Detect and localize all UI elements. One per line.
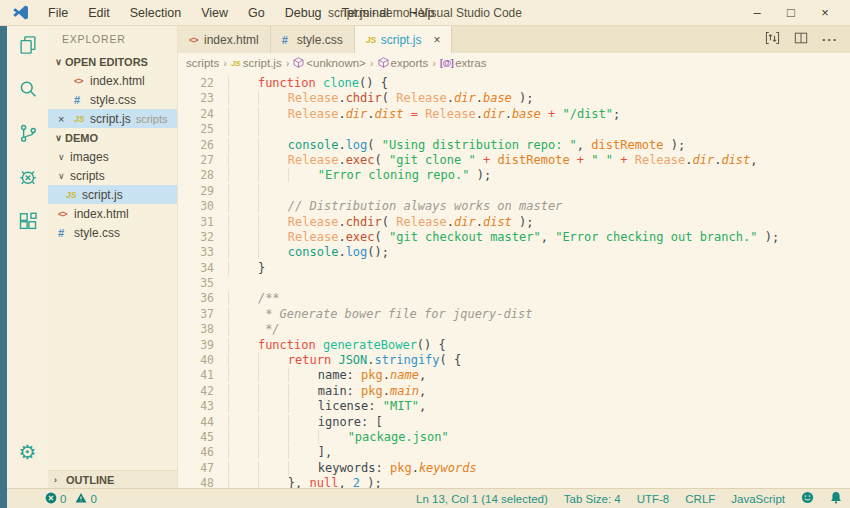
line-number: 41 xyxy=(178,368,228,383)
code-line-25[interactable]: 25 xyxy=(178,122,850,137)
code-line-46[interactable]: 46 ], xyxy=(178,445,850,460)
code-line-24[interactable]: 24 Release.dir.dist = Release.dir.base +… xyxy=(178,107,850,122)
status-warnings[interactable]: 0 xyxy=(75,492,96,506)
code-line-text: ], xyxy=(228,445,332,460)
menu-view[interactable]: View xyxy=(192,4,237,22)
open-editor-script.js[interactable]: ×JSscript.jsscripts xyxy=(48,109,177,128)
line-number: 48 xyxy=(178,476,228,488)
code-line-text: // Distribution always works on master xyxy=(228,199,562,214)
activity-extensions-button[interactable] xyxy=(16,211,40,235)
menu-debug[interactable]: Debug xyxy=(276,4,331,22)
status-item[interactable]: JavaScript xyxy=(731,493,785,505)
open-changes-button[interactable] xyxy=(765,31,780,49)
code-line-37[interactable]: 37 * Generate bower file for jquery-dist xyxy=(178,307,850,322)
line-number: 22 xyxy=(178,76,228,91)
tree-item-script.js[interactable]: JSscript.js xyxy=(48,185,177,204)
tab-style.css[interactable]: #style.css xyxy=(271,26,355,53)
feedback-smiley-button[interactable] xyxy=(801,491,814,506)
code-line-26[interactable]: 26 console.log( "Using distribution repo… xyxy=(178,138,850,153)
code-line-22[interactable]: 22 function clone() { xyxy=(178,76,850,91)
smiley-icon xyxy=(801,491,814,506)
menu-selection[interactable]: Selection xyxy=(121,4,190,22)
code-line-41[interactable]: 41 name: pkg.name, xyxy=(178,368,850,383)
breadcrumb-script.js[interactable]: JSscript.js xyxy=(231,57,282,69)
bell-icon xyxy=(830,491,842,506)
line-number: 25 xyxy=(178,122,228,137)
code-line-text: function clone() { xyxy=(228,76,388,91)
open-editor-index.html[interactable]: <>index.html xyxy=(48,71,177,90)
code-line-23[interactable]: 23 Release.chdir( Release.dir.base ); xyxy=(178,91,850,106)
line-number: 31 xyxy=(178,215,228,230)
open-editor-label: script.js xyxy=(90,112,131,126)
chevron-down-icon: ∨ xyxy=(58,152,70,162)
status-item[interactable]: Ln 13, Col 1 (14 selected) xyxy=(416,493,548,505)
split-editor-button[interactable] xyxy=(794,31,808,49)
html-file-icon: <> xyxy=(58,209,74,219)
breadcrumb-unknown[interactable]: <unknown> xyxy=(293,57,365,70)
code-line-text: }, null, 2 ); xyxy=(228,476,382,488)
maximize-button[interactable]: □ xyxy=(774,5,808,20)
tree-item-images[interactable]: ∨images xyxy=(48,147,177,166)
code-line-39[interactable]: 39 function generateBower() { xyxy=(178,338,850,353)
breadcrumb-exports[interactable]: exports xyxy=(378,57,429,70)
code-line-31[interactable]: 31 Release.chdir( Release.dir.dist ); xyxy=(178,215,850,230)
code-line-27[interactable]: 27 Release.exec( "git clone " + distRemo… xyxy=(178,153,850,168)
tab-index.html[interactable]: <>index.html xyxy=(178,26,271,53)
activity-source-control-button[interactable] xyxy=(16,123,40,147)
code-line-text: Release.exec( "git checkout master", "Er… xyxy=(228,230,779,245)
code-line-35[interactable]: 35 xyxy=(178,276,850,291)
code-editor[interactable]: 22 function clone() {23 Release.chdir( R… xyxy=(178,73,850,488)
status-item[interactable]: UTF-8 xyxy=(637,493,670,505)
open-editors-header[interactable]: ∨ OPEN EDITORS xyxy=(48,52,177,71)
code-line-text: "Error cloning repo." ); xyxy=(228,168,491,183)
line-number: 39 xyxy=(178,338,228,353)
chevron-right-icon: › xyxy=(54,475,66,485)
chevron-down-icon: ∨ xyxy=(52,133,65,143)
notifications-bell-button[interactable] xyxy=(830,491,842,506)
menu-edit[interactable]: Edit xyxy=(79,4,119,22)
code-line-28[interactable]: 28 "Error cloning repo." ); xyxy=(178,168,850,183)
menu-go[interactable]: Go xyxy=(239,4,274,22)
open-editor-label: style.css xyxy=(90,93,136,107)
warning-icon xyxy=(75,492,87,506)
activity-settings-button[interactable]: ⚙ xyxy=(16,440,40,464)
code-line-36[interactable]: 36 /** xyxy=(178,291,850,306)
code-line-text: /** xyxy=(228,291,280,306)
code-line-29[interactable]: 29 xyxy=(178,184,850,199)
tab-close-icon[interactable]: × xyxy=(433,33,440,47)
code-line-34[interactable]: 34 } xyxy=(178,261,850,276)
code-line-42[interactable]: 42 main: pkg.main, xyxy=(178,384,850,399)
more-actions-button[interactable]: ··· xyxy=(822,32,838,47)
close-button[interactable]: × xyxy=(808,5,842,20)
demo-folder-header[interactable]: ∨ DEMO xyxy=(48,128,177,147)
status-errors[interactable]: 0 xyxy=(45,492,66,506)
tree-item-index.html[interactable]: <>index.html xyxy=(48,204,177,223)
code-line-32[interactable]: 32 Release.exec( "git checkout master", … xyxy=(178,230,850,245)
tree-item-style.css[interactable]: #style.css xyxy=(48,223,177,242)
code-line-43[interactable]: 43 license: "MIT", xyxy=(178,399,850,414)
menu-file[interactable]: File xyxy=(39,4,77,22)
tab-script.js[interactable]: JSscript.js× xyxy=(355,26,453,53)
code-line-44[interactable]: 44 ignore: [ xyxy=(178,415,850,430)
code-line-38[interactable]: 38 */ xyxy=(178,322,850,337)
code-line-48[interactable]: 48 }, null, 2 ); xyxy=(178,476,850,488)
breadcrumb-scripts[interactable]: scripts xyxy=(186,57,219,69)
open-editor-style.css[interactable]: #style.css xyxy=(48,90,177,109)
close-editor-icon[interactable]: × xyxy=(58,113,74,125)
outline-header[interactable]: › OUTLINE xyxy=(48,470,177,488)
status-item[interactable]: Tab Size: 4 xyxy=(564,493,621,505)
code-line-30[interactable]: 30 // Distribution always works on maste… xyxy=(178,199,850,214)
code-line-text: keywords: pkg.keywords xyxy=(228,461,477,476)
activity-debug-button[interactable] xyxy=(16,167,40,191)
status-item[interactable]: CRLF xyxy=(685,493,715,505)
code-line-33[interactable]: 33 console.log(); xyxy=(178,245,850,260)
activity-search-button[interactable] xyxy=(16,79,40,103)
code-line-47[interactable]: 47 keywords: pkg.keywords xyxy=(178,461,850,476)
code-line-45[interactable]: 45 "package.json" xyxy=(178,430,850,445)
line-number: 34 xyxy=(178,261,228,276)
code-line-40[interactable]: 40 return JSON.stringify( { xyxy=(178,353,850,368)
tree-item-scripts[interactable]: ∨scripts xyxy=(48,166,177,185)
breadcrumb-extras[interactable]: [@]extras xyxy=(440,57,487,69)
activity-explorer-button[interactable] xyxy=(16,35,40,59)
minimize-button[interactable]: – xyxy=(740,5,774,20)
